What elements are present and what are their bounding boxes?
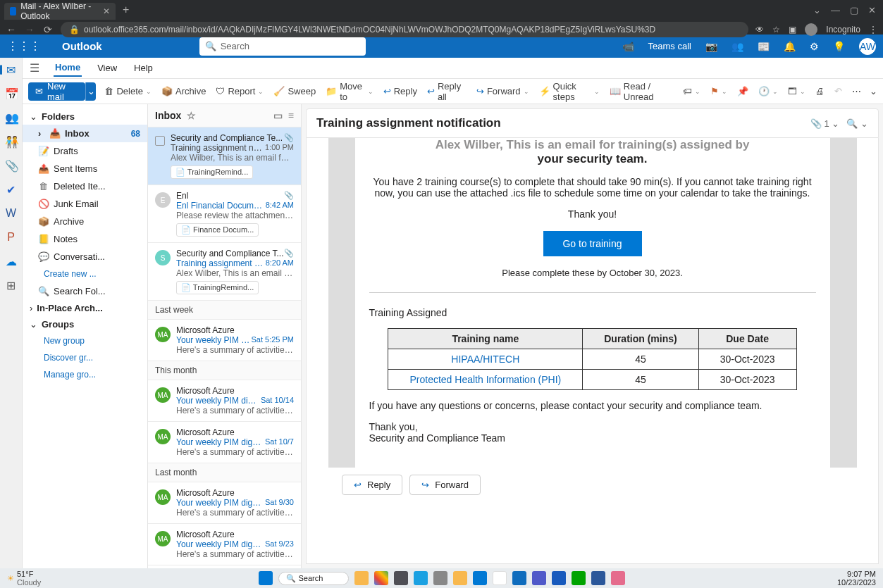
training-link-1[interactable]: HIPAA/HITECH [451, 354, 519, 365]
read-unread-button[interactable]: 📖 Read / Unread [608, 80, 674, 104]
word-taskbar-icon[interactable] [591, 571, 605, 585]
word-rail-icon[interactable]: W [5, 207, 18, 220]
more-button-1[interactable]: 🗔 ⌄ [786, 85, 807, 98]
tag-button[interactable]: 🏷 ⌄ [681, 85, 702, 98]
maximize-icon[interactable]: ▢ [850, 5, 858, 15]
app-icon[interactable] [572, 571, 586, 585]
files-rail-icon[interactable]: 📎 [5, 159, 18, 172]
print-button[interactable]: 🖨 [814, 85, 826, 98]
user-avatar[interactable]: AW [859, 38, 876, 55]
eye-off-icon[interactable]: 👁 [755, 25, 764, 35]
explorer-icon[interactable] [354, 571, 369, 585]
folder-drafts[interactable]: 📝Drafts [23, 142, 147, 160]
undo-button[interactable]: ↶ [833, 85, 844, 98]
back-icon[interactable]: ← [6, 24, 17, 35]
new-mail-button[interactable]: ✉ New mail [28, 82, 85, 101]
attachment-pill[interactable]: 📄 TrainingRemind... [171, 165, 253, 179]
taskbar-search[interactable]: 🔍 Search [278, 572, 349, 585]
extension-icon[interactable]: ▣ [789, 25, 796, 35]
go-to-training-button[interactable]: Go to training [543, 231, 642, 256]
collapse-ribbon-icon[interactable]: ⌄ [870, 86, 877, 96]
reply-all-button[interactable]: ↩ Reply all [426, 80, 468, 104]
new-tab-button[interactable]: + [123, 4, 129, 16]
reply-button[interactable]: ↩ Reply [382, 85, 419, 98]
todo-rail-icon[interactable]: ✔ [5, 183, 18, 196]
meet-now-icon[interactable]: 📷 [705, 41, 717, 52]
search-input[interactable]: 🔍 Search [199, 37, 366, 56]
teams-call-label[interactable]: Teams call [648, 41, 691, 51]
folder-inbox[interactable]: ›📥Inbox68 [23, 125, 147, 142]
folder-deleted[interactable]: 🗑Deleted Ite... [23, 177, 147, 195]
training-link-2[interactable]: Protected Health Information (PHI) [409, 374, 561, 385]
calendar-rail-icon[interactable]: 📅 [5, 87, 18, 100]
attachments-icon[interactable]: 📎 1 ⌄ [810, 118, 839, 129]
discover-groups-link[interactable]: Discover gr... [23, 349, 147, 366]
new-group-link[interactable]: New group [23, 332, 147, 349]
message-item[interactable]: MAMicrosoft AzureYour weekly PIM di...Sa… [148, 320, 301, 361]
folder-archive[interactable]: 📦Archive [23, 213, 147, 230]
message-item[interactable]: EEnl📎Enl Financial Document8:42 AMPlease… [148, 185, 301, 243]
checkbox[interactable] [155, 136, 165, 146]
attachment-pill[interactable]: 📄 Finance Docum... [176, 223, 259, 237]
archive-button[interactable]: 📦 Archive [160, 85, 207, 98]
tab-help[interactable]: Help [132, 60, 154, 76]
chrome-icon[interactable] [493, 571, 507, 585]
manage-groups-link[interactable]: Manage gro... [23, 366, 147, 383]
message-item[interactable]: MAMicrosoft AzureYour weekly PIM diges..… [148, 524, 301, 565]
snooze-button[interactable]: 🕐 ⌄ [757, 85, 779, 98]
address-bar[interactable]: 🔒 outlook.office365.com/mail/inbox/id/AA… [61, 22, 748, 37]
attachment-pill[interactable]: 📄 TrainingRemind... [176, 281, 259, 294]
gear-icon[interactable]: ⚙ [810, 41, 819, 52]
video-icon[interactable]: 📹 [622, 41, 634, 52]
report-button[interactable]: 🛡 Report ⌄ [214, 85, 265, 98]
tab-view[interactable]: View [96, 60, 118, 76]
app-launcher-icon[interactable]: ⋮⋮⋮ [7, 39, 41, 53]
menu-icon[interactable]: ⋮ [869, 25, 877, 35]
terminal-icon[interactable] [394, 571, 408, 585]
powerpoint-rail-icon[interactable]: P [5, 231, 18, 244]
folders-section[interactable]: ⌄ Folders [23, 108, 147, 125]
zoom-icon[interactable]: 🔍 ⌄ [846, 118, 868, 129]
outlook-taskbar-icon[interactable] [512, 571, 526, 585]
move-button[interactable]: 📁 Move to ⌄ [324, 80, 375, 104]
message-item[interactable]: SSecurity and Compliance T...📎Training a… [148, 243, 301, 301]
copilot-icon[interactable] [374, 571, 388, 585]
snip-icon[interactable] [611, 571, 625, 585]
minimize-icon[interactable]: — [831, 5, 840, 15]
create-folder-link[interactable]: Create new ... [23, 265, 147, 282]
people-rail-icon[interactable]: 👥 [5, 111, 18, 124]
browser-tab[interactable]: Mail - Alex Wilber - Outlook ✕ [4, 3, 116, 20]
folder-conversations[interactable]: 💬Conversati... [23, 248, 147, 265]
flag-button[interactable]: ⚑ ⌄ [709, 85, 729, 98]
folder-junk[interactable]: 🚫Junk Email [23, 195, 147, 213]
search-folders[interactable]: 🔍Search Fol... [23, 282, 147, 300]
message-item[interactable]: Security and Compliance Te...📎Training a… [148, 127, 301, 185]
profile-avatar[interactable] [805, 23, 817, 36]
delete-button[interactable]: 🗑 Delete ⌄ [103, 85, 153, 98]
hamburger-icon[interactable]: ☰ [30, 61, 39, 75]
chevron-down-icon[interactable]: ⌄ [813, 5, 821, 15]
message-item[interactable]: MAMicrosoft AzureYour weekly PIM diges..… [148, 482, 301, 524]
teams-icon[interactable]: 👥 [731, 41, 743, 52]
groups-rail-icon[interactable]: 🧑‍🤝‍🧑 [5, 135, 18, 148]
star-icon[interactable]: ☆ [772, 25, 780, 35]
bell-icon[interactable]: 🔔 [784, 41, 796, 52]
close-icon[interactable]: ✕ [103, 6, 110, 16]
message-item[interactable]: MAMicrosoft AzureYour weekly PIM digest.… [148, 422, 301, 463]
sweep-button[interactable]: 🧹 Sweep [272, 85, 317, 98]
forward-action-button[interactable]: ↪Forward [409, 475, 481, 495]
in-place-archive[interactable]: › In-Place Arch... [23, 300, 147, 316]
day-icon[interactable]: 📰 [758, 41, 770, 52]
folder-notes[interactable]: 📒Notes [23, 230, 147, 248]
tips-icon[interactable]: 💡 [833, 41, 845, 52]
forward-button[interactable]: ↪ Forward ⌄ [475, 85, 531, 98]
message-item[interactable]: MAMicrosoft AzureYour weekly PIM diges..… [148, 380, 301, 422]
start-icon[interactable] [259, 571, 273, 585]
forward-icon[interactable]: → [24, 24, 35, 35]
overflow-button[interactable]: ⋯ [851, 85, 863, 98]
mail-rail-icon[interactable]: ✉ [5, 63, 18, 76]
filter-icon[interactable]: ≡ [288, 110, 294, 121]
chat-icon[interactable] [414, 571, 428, 585]
select-mode-icon[interactable]: ▭ [273, 110, 283, 121]
star-icon[interactable]: ☆ [187, 110, 196, 121]
